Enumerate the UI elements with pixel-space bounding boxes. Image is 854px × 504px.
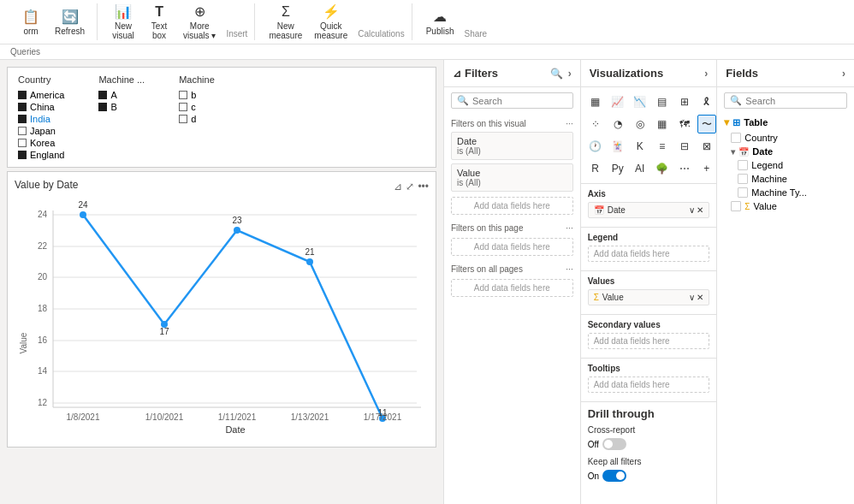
table-group-header[interactable]: ▾ ⊞ Table	[717, 114, 854, 131]
filter-card-value-value: is (All)	[457, 178, 567, 187]
toolbar-group-insert: 📊 Newvisual T Textbox ⊕ Morevisuals ▾ In…	[99, 3, 255, 40]
viz-ai-icon[interactable]: AI	[631, 159, 649, 178]
field-item-legend[interactable]: Legend	[717, 158, 854, 172]
viz-kpi-icon[interactable]: K	[631, 137, 649, 156]
axis-remove-icon[interactable]: ✕	[697, 205, 703, 215]
viz-map-icon[interactable]: 🗺	[675, 115, 694, 133]
values-chevron-icon[interactable]: ∨	[689, 293, 695, 302]
more-visuals-btn[interactable]: ⊕ Morevisuals ▾	[178, 0, 221, 44]
keep-filters-switch[interactable]	[602, 470, 626, 482]
legend-group-machine-abbr: Machine ... A B	[98, 74, 145, 112]
dp-4	[306, 258, 313, 265]
viz-title: Visualizations	[590, 67, 663, 80]
filter-card-date-title: Date	[457, 136, 567, 146]
viz-custom-icon[interactable]: +	[697, 159, 716, 178]
viz-stacked-icon[interactable]: ▤	[653, 92, 672, 111]
values-remove-icon[interactable]: ✕	[697, 293, 703, 302]
legend-field-drop[interactable]: Add data fields here	[588, 246, 710, 262]
publish-icon: ☁	[433, 9, 447, 25]
svg-text:24: 24	[38, 210, 48, 219]
field-label-country: Country	[744, 133, 778, 143]
field-item-value[interactable]: Σ Value	[717, 199, 854, 213]
fields-header-arrow[interactable]: ›	[842, 68, 845, 80]
viz-table-icon[interactable]: ⊟	[675, 137, 694, 156]
add-data-page[interactable]: Add data fields here	[451, 238, 573, 256]
label-23: 23	[232, 216, 242, 225]
viz-tooltips-section: Tooltips Add data fields here	[581, 358, 717, 401]
secondary-field-drop[interactable]: Add data fields here	[588, 333, 710, 349]
filter-search-icon[interactable]: 🔍	[550, 68, 563, 80]
tooltips-field-drop[interactable]: Add data fields here	[588, 377, 710, 393]
field-label-value: Value	[754, 201, 777, 211]
quick-measure-btn[interactable]: ⚡ Quickmeasure	[309, 0, 353, 44]
right-panels: ⊿ Filters 🔍 › 🔍 Filters on this visual ·…	[443, 60, 854, 504]
ribbon-queries[interactable]: Queries	[7, 47, 57, 56]
drill-through-title: Drill through	[588, 407, 710, 420]
viz-linechart-icon[interactable]: 〜	[697, 115, 716, 133]
filters-search-input[interactable]	[469, 96, 567, 106]
viz-slicer-icon[interactable]: ≡	[653, 137, 672, 156]
publish-btn[interactable]: ☁ Publish	[421, 5, 460, 39]
filter-card-date-value: is (All)	[457, 146, 567, 156]
viz-header-arrow[interactable]: ›	[704, 68, 708, 80]
main-content: Country America China India Japan	[0, 60, 854, 504]
field-item-date[interactable]: ▾ 📅 Date	[717, 145, 854, 158]
field-item-country[interactable]: Country	[717, 131, 854, 145]
calc-group-label: Calculations	[358, 29, 404, 39]
more-icon[interactable]: •••	[418, 181, 429, 193]
table-expand-icon: ▾	[724, 116, 729, 128]
viz-gauge-icon[interactable]: 🕐	[586, 137, 605, 156]
viz-secondary-title: Secondary values	[588, 320, 710, 329]
refresh-btn[interactable]: 🔄 Refresh	[50, 5, 90, 39]
axis-chevron-icon[interactable]: ∨	[689, 205, 695, 215]
viz-py-icon[interactable]: Py	[608, 159, 627, 178]
legend-machine-title: Machine	[179, 74, 215, 85]
filter-more-icon[interactable]: ›	[568, 68, 572, 80]
filter-icon[interactable]: ⊿	[394, 181, 402, 193]
new-visual-btn[interactable]: 📊 Newvisual	[106, 0, 140, 44]
viz-bar-icon[interactable]: ▦	[586, 92, 605, 111]
viz-donut-icon[interactable]: ◎	[631, 115, 649, 133]
fields-search-input[interactable]	[742, 96, 841, 106]
axis-field-drop[interactable]: 📅 Date ∨ ✕	[588, 202, 710, 218]
table-name: Table	[744, 117, 768, 127]
form-btn[interactable]: 📋 orm	[14, 5, 48, 39]
filter-page-more[interactable]: ···	[566, 223, 572, 233]
values-field-drop[interactable]: Σ Value ∨ ✕	[588, 289, 710, 305]
chart-container: Value by Date ⊿ ⤢ ••• Value 24	[7, 171, 436, 448]
filter-all-more[interactable]: ···	[566, 264, 572, 274]
viz-matrix-icon[interactable]: ⊠	[697, 137, 716, 156]
quick-measure-label: Quickmeasure	[314, 21, 347, 40]
fields-search-box: 🔍	[724, 92, 847, 109]
filter-card-value[interactable]: Value is (All)	[451, 163, 573, 192]
legend-box-d	[179, 115, 187, 123]
add-data-all[interactable]: Add data fields here	[451, 279, 573, 297]
viz-card-icon[interactable]: 🃏	[608, 137, 627, 156]
new-measure-btn[interactable]: Σ Newmeasure	[264, 1, 307, 44]
expand-icon[interactable]: ⤢	[406, 181, 414, 193]
viz-line-icon[interactable]: 📈	[608, 92, 627, 111]
x-label-5: 1/17/2021	[364, 412, 402, 422]
viz-100pct-icon[interactable]: ⊞	[675, 92, 694, 111]
cross-report-toggle[interactable]: Off	[588, 438, 710, 450]
field-item-machine[interactable]: Machine	[717, 172, 854, 186]
cross-report-switch[interactable]	[602, 438, 626, 450]
text-box-btn[interactable]: T Textbox	[142, 1, 176, 44]
viz-pie-icon[interactable]: ◔	[608, 115, 627, 133]
viz-more-icon[interactable]: ⋯	[675, 159, 694, 178]
viz-decomp-icon[interactable]: 🌳	[653, 159, 672, 178]
viz-treemap-icon[interactable]: ▦	[653, 115, 672, 133]
field-item-machine-ty[interactable]: Machine Ty...	[717, 186, 854, 199]
more-visuals-label: Morevisuals ▾	[183, 21, 216, 40]
viz-ribbon-icon[interactable]: 🎗	[697, 92, 716, 111]
keep-filters-toggle[interactable]: On	[588, 470, 710, 482]
add-data-visual[interactable]: Add data fields here	[451, 197, 573, 215]
viz-area-icon[interactable]: 📉	[631, 92, 649, 111]
fields-search-icon: 🔍	[730, 95, 742, 106]
filter-section-more[interactable]: ···	[566, 119, 572, 128]
filter-card-date[interactable]: Date is (All)	[451, 132, 573, 160]
viz-r-icon[interactable]: R	[586, 159, 605, 178]
viz-scatter-icon[interactable]: ⁘	[586, 115, 605, 133]
legend-item-b: b	[179, 90, 215, 100]
legend-item-c: c	[179, 102, 215, 112]
